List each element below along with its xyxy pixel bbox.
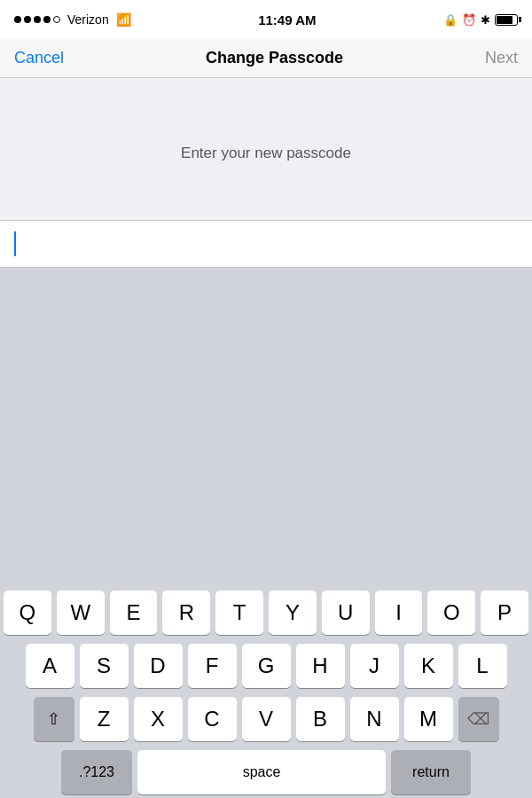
- passcode-input-area[interactable]: [0, 220, 532, 268]
- next-button[interactable]: Next: [485, 49, 518, 67]
- key-p[interactable]: P: [481, 591, 528, 635]
- key-x[interactable]: X: [134, 697, 183, 741]
- key-e[interactable]: E: [110, 591, 158, 635]
- key-g[interactable]: G: [242, 644, 291, 688]
- keyboard-row-3: ⇧ Z X C V B N M ⌫: [4, 697, 528, 741]
- key-n[interactable]: N: [350, 697, 399, 741]
- return-key[interactable]: return: [391, 750, 471, 794]
- key-v[interactable]: V: [242, 697, 291, 741]
- cancel-button[interactable]: Cancel: [14, 49, 64, 67]
- key-w[interactable]: W: [57, 591, 105, 635]
- key-q[interactable]: Q: [4, 591, 51, 635]
- status-right: 🔒 ⏰ ✱: [443, 13, 518, 27]
- page-title: Change Passcode: [206, 49, 343, 67]
- bluetooth-icon: ✱: [481, 13, 490, 27]
- battery-fill: [497, 16, 512, 24]
- nav-bar: Cancel Change Passcode Next: [0, 39, 532, 78]
- prompt-area: Enter your new passcode: [0, 78, 532, 220]
- portrait-lock-icon: 🔒: [443, 13, 458, 27]
- key-i[interactable]: I: [375, 591, 423, 635]
- key-z[interactable]: Z: [80, 697, 129, 741]
- key-l[interactable]: L: [458, 644, 507, 688]
- key-m[interactable]: M: [404, 697, 453, 741]
- prompt-text: Enter your new passcode: [181, 145, 351, 162]
- status-time: 11:49 AM: [258, 12, 316, 27]
- keyboard-row-1: Q W E R T Y U I O P: [4, 591, 528, 635]
- key-d[interactable]: D: [134, 644, 183, 688]
- key-a[interactable]: A: [26, 644, 74, 688]
- key-f[interactable]: F: [188, 644, 237, 688]
- wifi-icon: 📶: [116, 12, 131, 27]
- battery-icon: [495, 14, 518, 26]
- key-b[interactable]: B: [296, 697, 345, 741]
- key-k[interactable]: K: [404, 644, 453, 688]
- shift-key[interactable]: ⇧: [34, 697, 74, 741]
- text-cursor: [14, 231, 16, 256]
- keyboard: Q W E R T Y U I O P A S D F G H J K L ⇧ …: [0, 582, 532, 798]
- keyboard-gap: [0, 268, 532, 582]
- keyboard-row-4: .?123 space return: [4, 750, 528, 794]
- shift-icon: ⇧: [47, 709, 60, 729]
- alarm-icon: ⏰: [462, 13, 476, 27]
- key-o[interactable]: O: [427, 591, 475, 635]
- keyboard-row-2: A S D F G H J K L: [4, 644, 528, 688]
- backspace-key[interactable]: ⌫: [458, 697, 499, 741]
- key-h[interactable]: H: [296, 644, 345, 688]
- backspace-icon: ⌫: [467, 709, 489, 729]
- signal-icon: [14, 16, 60, 23]
- key-y[interactable]: Y: [269, 591, 317, 635]
- key-s[interactable]: S: [80, 644, 129, 688]
- key-r[interactable]: R: [162, 591, 210, 635]
- status-bar: Verizon 📶 11:49 AM 🔒 ⏰ ✱: [0, 0, 532, 39]
- space-key[interactable]: space: [137, 750, 386, 794]
- key-j[interactable]: J: [350, 644, 399, 688]
- numbers-key[interactable]: .?123: [61, 750, 132, 794]
- carrier-label: Verizon: [67, 12, 109, 27]
- status-left: Verizon 📶: [14, 12, 131, 27]
- key-t[interactable]: T: [215, 591, 263, 635]
- key-u[interactable]: U: [322, 591, 370, 635]
- key-c[interactable]: C: [188, 697, 237, 741]
